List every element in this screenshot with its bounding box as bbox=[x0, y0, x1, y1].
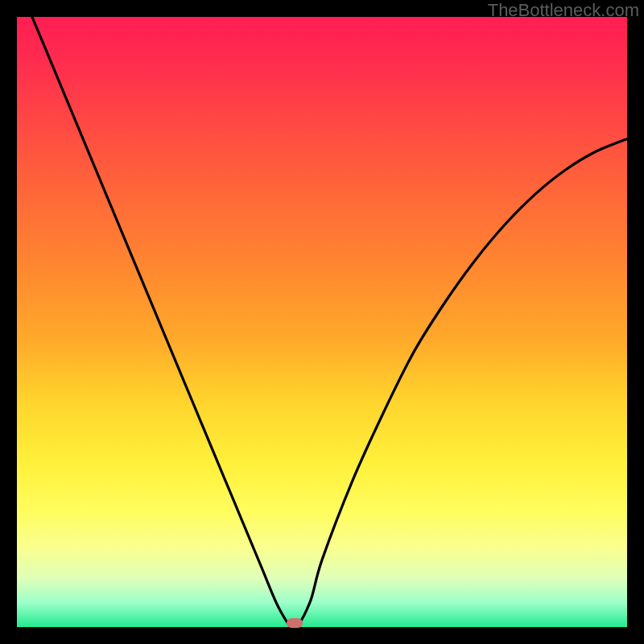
chart-frame bbox=[14, 14, 630, 630]
watermark-text: TheBottleneck.com bbox=[488, 0, 639, 21]
plot-area bbox=[17, 17, 627, 627]
bottleneck-curve bbox=[17, 17, 627, 627]
optimal-marker bbox=[287, 618, 303, 628]
